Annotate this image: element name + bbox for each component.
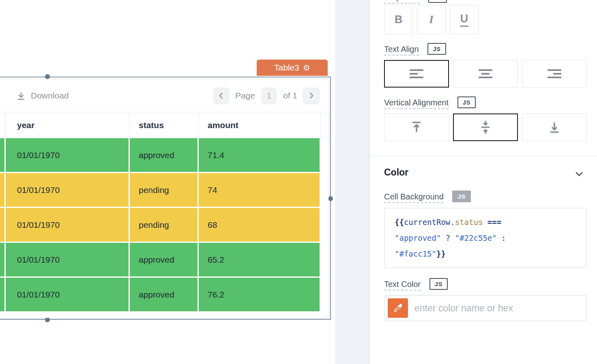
- table-body: 01/01/1970approved71.401/01/1970pending7…: [0, 138, 329, 313]
- column-header-status[interactable]: status: [130, 112, 199, 138]
- page-number-box[interactable]: 1: [262, 88, 277, 104]
- code-token: .: [450, 218, 455, 227]
- valign-bottom-button[interactable]: [522, 113, 587, 141]
- editor-stage: Table3 ⚙ Download Page 1: [0, 0, 597, 364]
- chevron-right-icon: [308, 92, 315, 99]
- table-cell[interactable]: approved: [130, 138, 199, 172]
- table-cell[interactable]: 01/01/1970: [6, 278, 130, 311]
- code-token: {{: [395, 218, 404, 227]
- table-cell[interactable]: 01/01/1970: [6, 173, 130, 207]
- next-page-button[interactable]: [303, 88, 320, 104]
- inspector-panel: Emphasis JS B I U Text Align JS Vertical…: [369, 0, 597, 364]
- color-section-collapse-button[interactable]: [573, 168, 585, 182]
- resize-handle-top[interactable]: [45, 74, 50, 79]
- table-cell-filler: [321, 138, 329, 172]
- code-token: currentRow: [404, 218, 450, 227]
- table-row[interactable]: 01/01/1970approved65.2: [0, 243, 329, 278]
- code-token: "#facc15": [395, 249, 436, 258]
- text-color-label-row: Text Color JS: [384, 278, 448, 290]
- text-color-js-toggle[interactable]: JS: [429, 278, 448, 290]
- table-cell-filler: [321, 243, 329, 276]
- table-component[interactable]: Download Page 1 of 1 year status: [0, 79, 329, 318]
- table-row[interactable]: 01/01/1970approved71.4: [0, 138, 329, 173]
- underline-button[interactable]: U: [450, 5, 479, 34]
- table-row[interactable]: 01/01/1970approved76.2: [0, 278, 329, 313]
- color-picker-swatch[interactable]: [388, 298, 408, 318]
- table-header-spacer: [0, 112, 6, 138]
- code-token: "approved": [395, 233, 441, 242]
- resize-handle-bottom[interactable]: [45, 317, 50, 322]
- table-cell-filler: [321, 278, 329, 311]
- chevron-left-icon: [217, 92, 225, 99]
- code-token: ?: [441, 233, 455, 242]
- canvas-gutter: [335, 0, 369, 364]
- column-header-year[interactable]: year: [6, 112, 130, 138]
- vertical-alignment-js-toggle[interactable]: JS: [457, 96, 476, 108]
- cell-background-label: Cell Background: [384, 192, 444, 203]
- align-center-icon: [479, 69, 492, 78]
- table-header-row: year status amount: [0, 112, 329, 138]
- download-button[interactable]: Download: [16, 91, 69, 101]
- code-token: :: [497, 233, 506, 242]
- italic-button[interactable]: I: [417, 5, 446, 34]
- code-token: }}: [436, 249, 446, 258]
- table-cell[interactable]: approved: [130, 243, 199, 276]
- valign-center-button[interactable]: [453, 113, 518, 141]
- table-cell[interactable]: [0, 173, 6, 207]
- prev-page-button[interactable]: [213, 88, 230, 104]
- align-left-button[interactable]: [384, 60, 449, 88]
- table-cell[interactable]: pending: [130, 208, 199, 242]
- align-center-button[interactable]: [453, 60, 518, 88]
- valign-bottom-icon: [547, 120, 562, 135]
- table-cell[interactable]: pending: [130, 173, 199, 207]
- component-tag-table3[interactable]: Table3 ⚙: [257, 60, 328, 76]
- component-tag-label: Table3: [274, 63, 299, 73]
- table-cell[interactable]: [0, 243, 6, 276]
- bold-button[interactable]: B: [384, 5, 413, 34]
- table-row[interactable]: 01/01/1970pending74: [0, 173, 329, 208]
- vertical-alignment-label-row: Vertical Alignment JS: [384, 96, 476, 108]
- text-color-label: Text Color: [384, 280, 421, 291]
- table-cell[interactable]: [0, 208, 6, 242]
- table-cell[interactable]: 76.2: [199, 278, 321, 311]
- emphasis-label-row: Emphasis JS: [384, 0, 447, 3]
- table-cell[interactable]: 01/01/1970: [6, 138, 130, 172]
- table-cell[interactable]: 71.4: [199, 138, 321, 172]
- valign-top-icon: [409, 120, 424, 135]
- valign-top-button[interactable]: [384, 113, 449, 141]
- download-icon: [16, 91, 26, 101]
- table-cell-filler: [321, 208, 329, 242]
- table-cell[interactable]: 01/01/1970: [6, 243, 130, 276]
- cell-background-code-editor[interactable]: {{currentRow.status ==="approved" ? "#22…: [384, 208, 586, 268]
- page-label: Page: [235, 91, 255, 101]
- table-cell[interactable]: 74: [199, 173, 321, 207]
- column-header-amount[interactable]: amount: [199, 112, 321, 138]
- table-cell[interactable]: 65.2: [199, 243, 321, 276]
- gear-icon[interactable]: ⚙: [303, 64, 310, 72]
- app-canvas[interactable]: Table3 ⚙ Download Page 1: [0, 0, 335, 364]
- align-right-button[interactable]: [522, 60, 587, 88]
- table-cell[interactable]: 01/01/1970: [6, 208, 130, 242]
- emphasis-js-toggle[interactable]: JS: [428, 0, 447, 3]
- table-cell[interactable]: [0, 278, 6, 311]
- code-token: [483, 218, 487, 227]
- section-divider: [370, 156, 597, 156]
- align-right-icon: [548, 69, 561, 78]
- table-cell-filler: [321, 173, 329, 207]
- table-cell[interactable]: [0, 138, 6, 172]
- color-section-title: Color: [384, 167, 408, 178]
- table-cell[interactable]: 68: [199, 208, 321, 242]
- eyedropper-icon: [393, 303, 403, 313]
- valign-center-icon: [478, 120, 493, 135]
- resize-handle-right[interactable]: [328, 196, 333, 201]
- table-row[interactable]: 01/01/1970pending68: [0, 208, 329, 243]
- cell-background-js-toggle[interactable]: JS: [452, 191, 470, 202]
- text-align-js-toggle[interactable]: JS: [427, 43, 446, 55]
- page-total-label: of 1: [283, 91, 297, 101]
- text-color-input[interactable]: [414, 303, 586, 314]
- table-cell[interactable]: approved: [130, 278, 199, 311]
- cell-background-label-row: Cell Background JS: [384, 191, 471, 202]
- vertical-alignment-label: Vertical Alignment: [384, 98, 449, 109]
- emphasis-label: Emphasis: [384, 0, 420, 4]
- table-header-filler: [321, 112, 329, 138]
